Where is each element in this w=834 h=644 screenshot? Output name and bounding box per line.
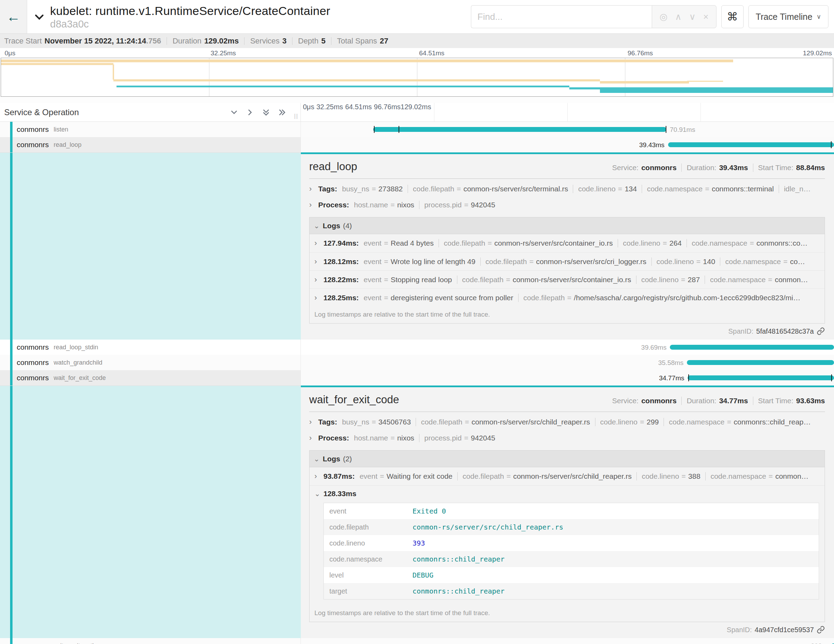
- span-row[interactable]: conmonrs wait_for_exit_code 34.77ms: [0, 370, 834, 385]
- tag-value: Read 4 bytes: [391, 239, 434, 247]
- locate-icon[interactable]: ◎: [659, 11, 668, 22]
- minimap-span-segment: [569, 87, 833, 90]
- tag-key: event: [364, 294, 381, 302]
- chevron-down-icon: ⌄: [314, 222, 323, 230]
- log-field-row: code.lineno393: [324, 535, 819, 551]
- field-value: conmon-rs/server/src/child_reaper.rs: [412, 523, 563, 531]
- tag-key: idle_n…: [784, 185, 811, 193]
- tag-value: conmon-rs/server/src/container_io.rs: [494, 239, 613, 247]
- tag-item: code.filepath=conmon-rs/server/src/child…: [421, 418, 590, 426]
- copy-link-icon[interactable]: [816, 327, 825, 335]
- ruler-tick-label: 0μs: [303, 103, 314, 111]
- log-entry[interactable]: ›127.94ms:event=Read 4 bytescode.filepat…: [310, 234, 824, 252]
- field-key: event: [324, 507, 412, 515]
- span-duration-label: 303μs: [811, 642, 829, 644]
- log-field-row: targetconmonrs::child_reaper: [324, 583, 819, 599]
- find-input[interactable]: [471, 5, 652, 28]
- log-entry[interactable]: ›128.22ms:event=Stopping read loopcode.f…: [310, 270, 824, 288]
- span-duration-label: 39.43ms: [639, 141, 664, 149]
- span-row[interactable]: conmonrs listen 70.91ms: [0, 122, 834, 137]
- span-bar[interactable]: [373, 127, 666, 132]
- log-entry[interactable]: ›128.25ms:event=deregistering event sour…: [310, 288, 824, 306]
- span-row[interactable]: conmonrs read_loop_stdin 39.69ms: [0, 340, 834, 355]
- span-row[interactable]: conmonrs watch_grandchild 35.58ms: [0, 355, 834, 370]
- span-detail-meta: Service:conmonrs Duration:34.77ms Start …: [612, 396, 825, 405]
- column-resizer-handle[interactable]: ||: [294, 113, 298, 119]
- tag-key: code.namespace: [669, 418, 724, 426]
- collapse-header-chevron-icon[interactable]: [33, 12, 45, 24]
- field-key: code.lineno: [324, 539, 412, 547]
- span-bar[interactable]: [687, 360, 834, 365]
- equals-sign: =: [529, 257, 533, 265]
- tag-item: process.pid=942045: [424, 434, 495, 442]
- logs-footer-note: Log timestamps are relative to the start…: [310, 605, 824, 622]
- span-duration-label: 34.77ms: [659, 374, 684, 382]
- equals-sign: =: [506, 275, 510, 283]
- tags-accordion[interactable]: › Tags: busy_ns=273882code.filepath=conm…: [309, 181, 825, 197]
- tag-key: busy_ns: [342, 185, 369, 193]
- trace-id: d8a3a0c: [50, 18, 330, 30]
- log-field-row: code.namespaceconmonrs::child_reaper: [324, 551, 819, 567]
- service-color-bar: [10, 340, 13, 355]
- service-color-bar: [10, 370, 13, 385]
- find-tools: ◎ ∧ ∨ ×: [652, 5, 716, 28]
- divider: [480, 257, 481, 266]
- span-event-tick: [399, 126, 399, 133]
- span-row[interactable]: conmonrs write_exit_path 303μs: [0, 638, 834, 644]
- minimap-canvas[interactable]: [1, 58, 833, 97]
- operation-name: write_exit_path: [53, 642, 95, 644]
- tags-list: busy_ns=273882code.filepath=conmon-rs/se…: [342, 185, 811, 193]
- copy-link-icon[interactable]: [816, 626, 825, 634]
- chevron-right-icon: ›: [309, 434, 318, 443]
- process-accordion[interactable]: › Process: host.name=nixosprocess.pid=94…: [309, 430, 825, 446]
- logs-accordion-header[interactable]: ⌄ Logs (2): [310, 451, 824, 467]
- equals-sign: =: [384, 275, 388, 283]
- log-timestamp: 128.25ms:: [323, 294, 359, 302]
- logs-count: (2): [343, 455, 352, 463]
- tag-value: 287: [688, 275, 700, 283]
- tag-item: code.lineno=134: [578, 185, 637, 193]
- divider: [244, 37, 244, 45]
- process-accordion[interactable]: › Process: host.name=nixosprocess.pid=94…: [309, 197, 825, 213]
- log-entry-expanded[interactable]: ⌄128.33ms: [310, 485, 824, 502]
- clear-search-icon[interactable]: ×: [703, 11, 708, 22]
- log-field-row: eventExited 0: [324, 503, 819, 519]
- ruler-tick-label: 64.51ms: [345, 103, 372, 111]
- tags-accordion[interactable]: › Tags: busy_ns=34506763code.filepath=co…: [309, 414, 825, 430]
- expand-all-icon[interactable]: [278, 108, 286, 117]
- tag-item: event=Stopping read loop: [364, 275, 452, 284]
- next-result-icon[interactable]: ∨: [689, 11, 696, 22]
- tag-item: host.name=nixos: [354, 434, 414, 442]
- span-bar[interactable]: [688, 375, 834, 380]
- span-row[interactable]: conmonrs read_loop 39.43ms: [0, 137, 834, 152]
- timeline-ruler: 0μs32.25ms64.51ms96.76ms129.02ms: [301, 103, 834, 121]
- expand-one-icon[interactable]: [246, 108, 255, 117]
- logs-accordion-header[interactable]: ⌄ Logs (4): [310, 217, 824, 234]
- equals-sign: =: [380, 472, 384, 480]
- back-button[interactable]: ←: [0, 0, 27, 33]
- tag-value: conmon-rs/server/src/child_reaper.rs: [472, 418, 590, 426]
- keyboard-shortcuts-button[interactable]: ⌘: [721, 5, 743, 28]
- log-entry[interactable]: ›128.12ms:event=Wrote log line of length…: [310, 252, 824, 270]
- divider: [419, 201, 419, 209]
- tag-item: code.filepath=conmon-rs/server/src/conta…: [462, 275, 631, 284]
- prev-result-icon[interactable]: ∧: [675, 11, 682, 22]
- field-value: conmonrs::child_reaper: [412, 555, 505, 563]
- ruler-tick-label: 64.51ms: [419, 49, 444, 57]
- span-bar[interactable]: [670, 345, 834, 350]
- chevron-down-icon: ∨: [816, 13, 821, 21]
- view-selector-button[interactable]: Trace Timeline ∨: [748, 5, 828, 28]
- tag-key: code.lineno: [641, 275, 679, 283]
- tag-item: host.name=nixos: [354, 201, 414, 209]
- trace-title: kubelet: runtime.v1.RuntimeService/Creat…: [50, 4, 330, 18]
- log-entry[interactable]: ›93.87ms:event=Waiting for exit codecode…: [310, 467, 824, 485]
- collapse-one-icon[interactable]: [230, 108, 239, 117]
- span-bar[interactable]: [668, 142, 834, 147]
- tag-item: code.lineno=287: [641, 275, 700, 284]
- tag-value: 264: [669, 239, 682, 247]
- divider: [637, 472, 637, 481]
- chevron-right-icon: ›: [314, 472, 323, 481]
- span-id-value: 4a947cfd1ce59537: [755, 626, 814, 634]
- divider: [438, 239, 439, 248]
- collapse-all-icon[interactable]: [262, 108, 271, 117]
